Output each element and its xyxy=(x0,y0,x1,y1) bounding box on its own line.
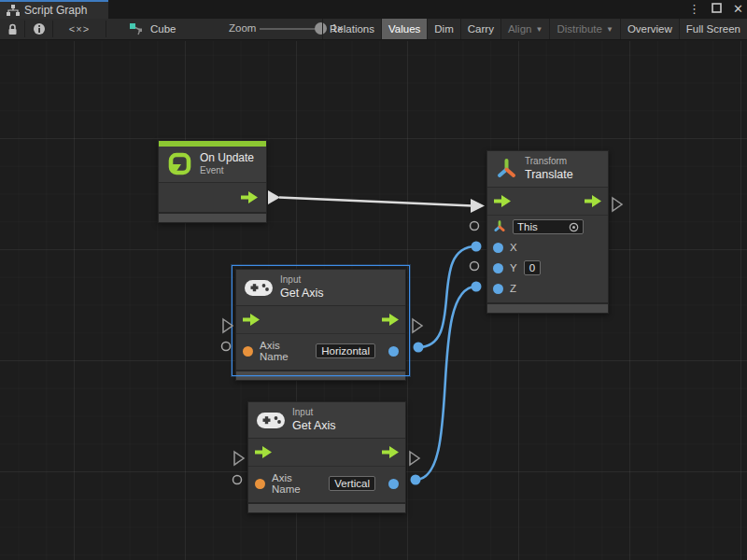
node-translate[interactable]: Transform Translate This xyxy=(486,150,609,314)
flow-input-port[interactable] xyxy=(494,195,511,207)
tab-title: Script Graph xyxy=(24,4,87,17)
graph-hierarchy-icon xyxy=(7,5,20,16)
overview-button[interactable]: Overview xyxy=(620,19,679,39)
transform-axis-icon xyxy=(496,158,517,181)
object-picker-icon[interactable] xyxy=(569,222,579,232)
script-graph-window: Script Graph ⋮ ✕ <×> xyxy=(0,0,747,560)
gamepad-icon xyxy=(245,278,273,298)
values-button[interactable]: Values xyxy=(381,19,427,39)
axis-name-row: Axis Name Horizontal xyxy=(236,334,405,370)
node-on-update[interactable]: On Update Event xyxy=(158,140,267,223)
node-category: Input xyxy=(292,407,336,419)
string-port[interactable] xyxy=(255,479,265,489)
node-header: Input Get Axis xyxy=(236,270,405,306)
flow-input-port[interactable] xyxy=(243,314,260,326)
dim-button[interactable]: Dim xyxy=(427,19,459,39)
info-button[interactable] xyxy=(25,19,52,39)
node-category: Input xyxy=(280,274,324,287)
flow-output-port[interactable] xyxy=(585,195,601,207)
flow-output-port[interactable] xyxy=(241,191,258,203)
loop-event-icon xyxy=(167,151,192,176)
align-dropdown[interactable]: Align▼ xyxy=(500,19,550,39)
lock-icon xyxy=(7,23,18,35)
zoom-slider-track[interactable] xyxy=(260,28,321,30)
axis-name-field[interactable]: Horizontal xyxy=(316,343,375,358)
graph-toolbar: <×> Cube Zoom 1x Relations Values Dim Ca… xyxy=(0,19,747,40)
value-port-z[interactable] xyxy=(493,284,503,294)
graph-pointer-icon xyxy=(129,22,145,36)
chevron-down-icon: ▼ xyxy=(606,25,613,34)
close-icon[interactable]: ✕ xyxy=(733,0,743,19)
distribute-dropdown[interactable]: Distribute▼ xyxy=(549,19,620,39)
node-category: Transform xyxy=(525,156,573,168)
transform-axis-icon-small xyxy=(493,220,506,233)
node-get-axis-vertical[interactable]: Input Get Axis Axis Name Vertical xyxy=(247,401,406,513)
target-object-field[interactable]: This xyxy=(513,219,584,234)
node-title: On Update xyxy=(200,151,254,165)
y-value-field[interactable]: 0 xyxy=(524,260,541,275)
target-port-row: This xyxy=(487,216,608,238)
node-footer xyxy=(159,212,266,222)
flow-output-port[interactable] xyxy=(382,314,399,326)
window-menu-icon[interactable]: ⋮ xyxy=(688,0,700,19)
tab-bar: Script Graph ⋮ ✕ xyxy=(0,0,747,19)
value-port-y[interactable] xyxy=(493,263,503,273)
flow-input-port[interactable] xyxy=(255,446,272,458)
value-port-x[interactable] xyxy=(493,243,503,253)
node-header: Transform Translate xyxy=(487,151,608,188)
string-port[interactable] xyxy=(243,346,253,357)
gamepad-icon xyxy=(257,411,285,430)
breadcrumb-label: Cube xyxy=(150,23,176,35)
node-title: Get Axis xyxy=(280,287,324,301)
relations-button[interactable]: Relations xyxy=(322,19,381,39)
axis-name-row: Axis Name Vertical xyxy=(248,467,405,502)
node-header: Input Get Axis xyxy=(248,402,405,439)
result-port[interactable] xyxy=(388,346,399,357)
node-get-axis-horizontal[interactable]: Input Get Axis Axis Name Horizontal xyxy=(235,269,406,381)
input-port-y: Y 0 xyxy=(487,257,608,279)
node-footer xyxy=(487,302,608,313)
node-title: Translate xyxy=(525,168,573,183)
preview-code-button[interactable]: <×> xyxy=(53,19,106,39)
toolbar-right-group: Relations Values Dim Carry Align▼ Distri… xyxy=(322,19,747,39)
carry-button[interactable]: Carry xyxy=(460,19,500,39)
flow-output-port[interactable] xyxy=(382,446,399,458)
info-icon xyxy=(33,22,46,35)
zoom-label: Zoom xyxy=(229,22,256,34)
full-screen-button[interactable]: Full Screen xyxy=(679,19,747,39)
axis-name-field[interactable]: Vertical xyxy=(329,476,375,491)
node-title: Get Axis xyxy=(292,419,336,434)
input-port-x: X xyxy=(487,238,608,257)
tab-script-graph[interactable]: Script Graph xyxy=(0,0,108,19)
input-port-z: Z xyxy=(487,279,608,302)
lock-button[interactable] xyxy=(0,19,24,39)
node-footer xyxy=(248,502,405,512)
node-header: On Update Event xyxy=(159,147,266,183)
breadcrumb[interactable]: Cube xyxy=(129,19,176,39)
maximize-icon[interactable] xyxy=(712,0,722,19)
node-footer xyxy=(236,370,405,380)
result-port[interactable] xyxy=(388,479,399,489)
node-subtitle: Event xyxy=(200,165,254,177)
chevron-down-icon: ▼ xyxy=(535,25,543,34)
window-controls: ⋮ ✕ xyxy=(688,0,743,19)
